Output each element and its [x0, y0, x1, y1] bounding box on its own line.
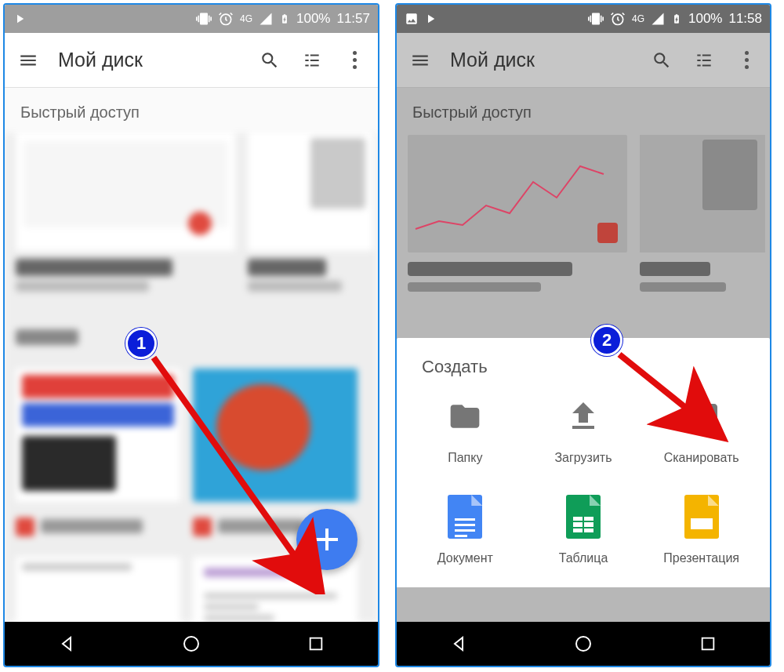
nav-recent-button[interactable]: [306, 634, 326, 654]
svg-point-6: [576, 637, 590, 651]
vibrate-icon: [588, 11, 604, 27]
status-bar: 4G 100% 11:57: [5, 5, 378, 33]
sheet-item-label: Папку: [448, 451, 482, 465]
section-quick-access: Быстрый доступ: [5, 88, 378, 134]
phone-right: 4G 100% 11:58 Мой диск Быстрый доступ: [395, 3, 771, 667]
page-title: Мой диск: [450, 49, 632, 71]
view-toggle-button[interactable]: [299, 48, 325, 73]
sheet-item-document[interactable]: Документ: [406, 493, 524, 565]
svg-point-2: [184, 637, 198, 651]
sheet-item-presentation[interactable]: Презентация: [642, 493, 760, 565]
page-title: Мой диск: [58, 49, 240, 71]
android-navbar: [397, 622, 770, 666]
phone-left: 4G 100% 11:57 Мой диск Быстрый доступ: [3, 3, 379, 667]
sheet-title: Создать: [406, 357, 760, 393]
search-button[interactable]: [649, 48, 674, 73]
slide-icon: [678, 493, 725, 540]
sheet-item-label: Документ: [437, 551, 493, 565]
network-label: 4G: [632, 13, 644, 24]
content-area: Быстрый доступ Создать Папку: [397, 88, 770, 622]
search-button[interactable]: [257, 48, 282, 73]
signal-icon: [651, 12, 665, 26]
sheet-item-spreadsheet[interactable]: Таблица: [524, 493, 643, 565]
sheet-icon: [560, 493, 607, 540]
overflow-menu-button[interactable]: [734, 48, 759, 73]
svg-rect-3: [310, 638, 321, 650]
status-time: 11:58: [728, 11, 762, 27]
content-area: Быстрый доступ: [5, 88, 378, 622]
nav-back-button[interactable]: [56, 634, 77, 654]
nav-recent-button[interactable]: [698, 634, 718, 654]
nav-home-button[interactable]: [573, 634, 593, 654]
battery-percent: 100%: [688, 11, 722, 27]
nav-back-button[interactable]: [448, 634, 469, 654]
annotation-badge-2: 2: [591, 325, 622, 356]
sheet-item-label: Сканировать: [664, 451, 739, 465]
vibrate-icon: [196, 11, 212, 27]
app-indicator-icon: [13, 12, 27, 26]
annotation-badge-1: 1: [125, 328, 157, 359]
battery-percent: 100%: [296, 11, 330, 27]
folder-icon: [441, 393, 488, 440]
dimmed-card: [408, 135, 627, 252]
alarm-icon: [610, 11, 626, 27]
overflow-menu-button[interactable]: [342, 48, 367, 73]
image-indicator-icon: [405, 12, 419, 26]
sheet-item-label: Презентация: [663, 551, 739, 565]
menu-button[interactable]: [408, 48, 433, 73]
view-toggle-button[interactable]: [691, 48, 717, 73]
battery-charging-icon: [671, 11, 682, 27]
battery-charging-icon: [279, 11, 290, 27]
alarm-icon: [218, 11, 234, 27]
svg-rect-7: [702, 638, 713, 650]
section-quick-access: Быстрый доступ: [397, 88, 770, 134]
sheet-item-folder[interactable]: Папку: [406, 393, 524, 465]
camera-icon: [678, 393, 725, 440]
toolbar: Мой диск: [397, 33, 770, 88]
sheet-item-upload[interactable]: Загрузить: [524, 393, 643, 465]
menu-button[interactable]: [16, 48, 41, 73]
app-indicator-icon: [423, 12, 437, 26]
sheet-item-label: Таблица: [559, 551, 608, 565]
sheet-item-scan[interactable]: Сканировать: [642, 393, 760, 465]
network-label: 4G: [240, 13, 252, 24]
sheet-item-label: Загрузить: [554, 451, 612, 465]
status-bar: 4G 100% 11:58: [397, 5, 770, 33]
status-time: 11:57: [336, 11, 370, 27]
nav-home-button[interactable]: [181, 634, 201, 654]
fab-create-button[interactable]: [296, 509, 358, 570]
signal-icon: [259, 12, 273, 26]
dimmed-card: [640, 135, 765, 252]
create-bottom-sheet: Создать Папку Загрузить: [397, 338, 770, 587]
toolbar: Мой диск: [5, 33, 378, 88]
doc-icon: [441, 493, 488, 540]
upload-icon: [560, 393, 607, 440]
android-navbar: [5, 622, 378, 666]
